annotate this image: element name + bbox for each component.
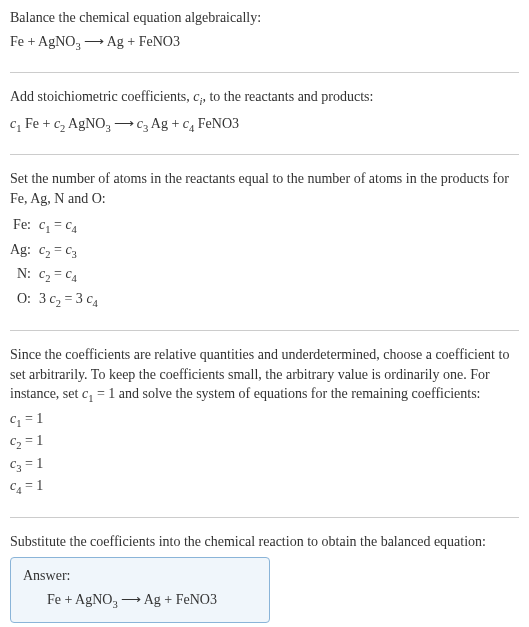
section-final-answer: Substitute the coefficients into the che… [10,532,519,624]
instruction-text: Substitute the coefficients into the che… [10,532,519,552]
atom-label: O: [10,288,39,312]
table-row: N: c2 = c4 [10,263,104,287]
table-row: Ag: c2 = c3 [10,239,104,263]
atom-label: N: [10,263,39,287]
atom-equation: c2 = c3 [39,239,104,263]
coefficient-list: c1 = 1 c2 = 1 c3 = 1 c4 = 1 [10,409,519,499]
instruction-text: Balance the chemical equation algebraica… [10,8,519,28]
section-atom-equations: Set the number of atoms in the reactants… [10,169,519,331]
atom-label: Fe: [10,214,39,238]
atom-equation: 3 c2 = 3 c4 [39,288,104,312]
section-add-coefficients: Add stoichiometric coefficients, ci, to … [10,87,519,155]
atom-equation: c2 = c4 [39,263,104,287]
equation-with-coeffs: c1 Fe + c2 AgNO3⟶c3 Ag + c4 FeNO3 [10,114,519,136]
atom-label: Ag: [10,239,39,263]
coefficient-value: c3 = 1 [10,454,519,476]
answer-label: Answer: [23,566,257,586]
coefficient-value: c2 = 1 [10,431,519,453]
table-row: O: 3 c2 = 3 c4 [10,288,104,312]
answer-equation: Fe + AgNO3⟶Ag + FeNO3 [23,590,257,612]
coefficient-value: c4 = 1 [10,476,519,498]
coefficient-value: c1 = 1 [10,409,519,431]
atom-equation: c1 = c4 [39,214,104,238]
equation-unbalanced: Fe + AgNO3⟶Ag + FeNO3 [10,32,519,54]
table-row: Fe: c1 = c4 [10,214,104,238]
instruction-text: Add stoichiometric coefficients, ci, to … [10,87,519,109]
instruction-text: Since the coefficients are relative quan… [10,345,519,407]
section-solve-coefficients: Since the coefficients are relative quan… [10,345,519,518]
section-balance-intro: Balance the chemical equation algebraica… [10,8,519,73]
atom-equation-table: Fe: c1 = c4 Ag: c2 = c3 N: c2 = c4 O: 3 … [10,214,104,312]
instruction-text: Set the number of atoms in the reactants… [10,169,519,208]
answer-box: Answer: Fe + AgNO3⟶Ag + FeNO3 [10,557,270,623]
